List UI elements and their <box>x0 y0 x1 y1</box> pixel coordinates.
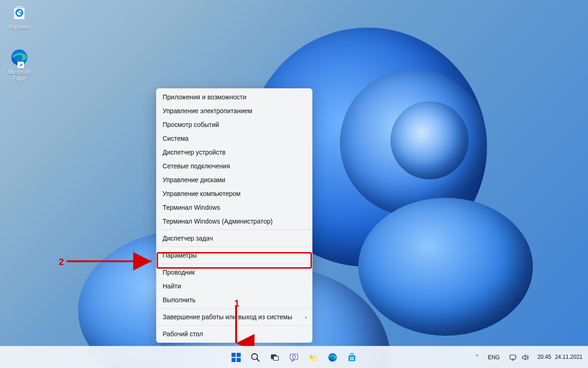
start-button[interactable] <box>227 348 245 367</box>
speaker-icon <box>521 354 529 361</box>
svg-rect-20 <box>311 357 313 357</box>
svg-rect-6 <box>237 353 241 357</box>
menu-item-label: Терминал Windows (Администратор) <box>163 218 272 225</box>
clock-time: 20:45 <box>537 354 551 361</box>
menu-item-desktop[interactable]: Рабочий стол <box>156 327 312 341</box>
taskbar-center <box>227 348 361 367</box>
menu-separator <box>156 247 312 247</box>
svg-rect-22 <box>349 355 356 361</box>
menu-item-event-viewer[interactable]: Просмотр событий <box>156 118 312 132</box>
menu-item-task-manager[interactable]: Диспетчер задач <box>156 231 312 245</box>
svg-rect-27 <box>510 355 515 359</box>
annotation-label-2: 2 <box>59 257 64 267</box>
menu-item-label: Параметры <box>163 252 197 259</box>
store-icon <box>347 352 357 362</box>
svg-rect-25 <box>350 358 351 360</box>
menu-separator <box>156 230 312 230</box>
menu-item-shutdown-signout[interactable]: Завершение работы или выход из системы › <box>156 310 312 324</box>
chat-icon <box>289 352 299 362</box>
menu-item-label: Выполнить <box>163 296 196 304</box>
menu-item-windows-terminal-admin[interactable]: Терминал Windows (Администратор) <box>156 214 312 228</box>
taskbar-chat[interactable] <box>285 348 303 367</box>
svg-rect-23 <box>350 357 351 358</box>
menu-separator <box>156 308 312 309</box>
menu-item-network-connections[interactable]: Сетевые подключения <box>156 159 312 173</box>
svg-rect-5 <box>232 353 236 357</box>
desktop[interactable]: Корзина ↗ Microsoft Edge Приложения и во… <box>0 0 588 368</box>
menu-item-label: Рабочий стол <box>163 330 203 338</box>
menu-item-label: Диспетчер устройств <box>163 149 226 156</box>
menu-item-label: Завершение работы или выход из системы <box>163 313 292 321</box>
taskbar-file-explorer[interactable] <box>304 348 322 367</box>
svg-rect-26 <box>352 358 354 360</box>
svg-line-10 <box>257 358 260 361</box>
folder-icon <box>308 352 318 362</box>
winx-context-menu: Приложения и возможности Управление элек… <box>156 88 312 343</box>
menu-item-disk-management[interactable]: Управление дисками <box>156 173 312 187</box>
tray-language-label: ENG <box>488 354 500 361</box>
menu-item-apps-features[interactable]: Приложения и возможности <box>156 90 312 104</box>
search-icon <box>250 352 260 362</box>
menu-item-system[interactable]: Система <box>156 132 312 145</box>
menu-item-settings[interactable]: Параметры <box>156 248 312 262</box>
menu-item-windows-terminal[interactable]: Терминал Windows <box>156 201 312 214</box>
menu-separator <box>156 325 312 326</box>
menu-item-label: Управление дисками <box>163 176 225 184</box>
menu-item-file-explorer[interactable]: Проводник <box>156 265 312 279</box>
desktop-icon-label: Microsoft Edge <box>2 69 37 82</box>
menu-item-label: Проводник <box>163 269 195 276</box>
windows-logo-icon <box>231 352 242 363</box>
menu-item-label: Сетевые подключения <box>163 162 230 170</box>
tray-clock[interactable]: 20:45 24.11.2021 <box>535 353 585 362</box>
wallpaper-decor <box>390 101 469 179</box>
edge-icon <box>328 352 338 362</box>
wallpaper-decor <box>358 198 533 336</box>
menu-item-label: Система <box>163 135 188 142</box>
annotation-arrow-2 <box>67 256 158 267</box>
menu-item-label: Управление электропитанием <box>163 107 252 115</box>
taskbar-edge[interactable] <box>323 348 342 367</box>
menu-item-label: Найти <box>163 282 181 290</box>
svg-rect-19 <box>293 356 295 358</box>
svg-rect-7 <box>232 358 236 362</box>
menu-item-power-options[interactable]: Управление электропитанием <box>156 104 312 118</box>
taskbar-search[interactable] <box>246 348 265 367</box>
task-view-icon <box>270 352 280 362</box>
recycle-bin-icon <box>10 3 29 22</box>
desktop-icon-microsoft-edge[interactable]: ↗ Microsoft Edge <box>2 48 37 82</box>
taskbar-tray: ˄ ENG 20:45 24.11.2021 <box>472 352 585 363</box>
desktop-icon-recycle-bin[interactable]: Корзина <box>2 3 37 30</box>
menu-item-device-manager[interactable]: Диспетчер устройств <box>156 145 312 159</box>
menu-item-label: Диспетчер задач <box>163 235 213 242</box>
chevron-right-icon: › <box>305 314 307 321</box>
menu-item-run[interactable]: Выполнить <box>156 293 312 307</box>
menu-item-label: Терминал Windows <box>163 204 220 211</box>
clock-date: 24.11.2021 <box>555 354 582 361</box>
menu-separator <box>156 264 312 264</box>
shortcut-arrow-icon: ↗ <box>17 62 24 68</box>
network-icon <box>509 354 517 361</box>
wallpaper-decor <box>340 69 487 216</box>
chevron-up-icon: ˄ <box>475 354 479 361</box>
menu-item-search[interactable]: Найти <box>156 279 312 293</box>
taskbar-task-view[interactable] <box>266 348 284 367</box>
menu-item-label: Приложения и возможности <box>163 93 246 101</box>
menu-item-label: Управление компьютером <box>163 190 241 197</box>
menu-item-computer-management[interactable]: Управление компьютером <box>156 187 312 201</box>
tray-language[interactable]: ENG <box>484 352 503 362</box>
svg-rect-0 <box>14 8 25 20</box>
svg-rect-1 <box>15 6 23 8</box>
svg-rect-24 <box>352 357 354 358</box>
tray-network-sound[interactable] <box>505 352 533 363</box>
svg-rect-8 <box>237 358 241 362</box>
desktop-icon-label: Корзина <box>2 24 37 30</box>
svg-rect-12 <box>273 356 278 360</box>
tray-overflow[interactable]: ˄ <box>472 352 482 363</box>
menu-item-label: Просмотр событий <box>163 121 219 128</box>
edge-icon: ↗ <box>10 48 29 67</box>
taskbar: ˄ ENG 20:45 24.11.2021 <box>0 346 588 368</box>
taskbar-store[interactable] <box>343 348 361 367</box>
